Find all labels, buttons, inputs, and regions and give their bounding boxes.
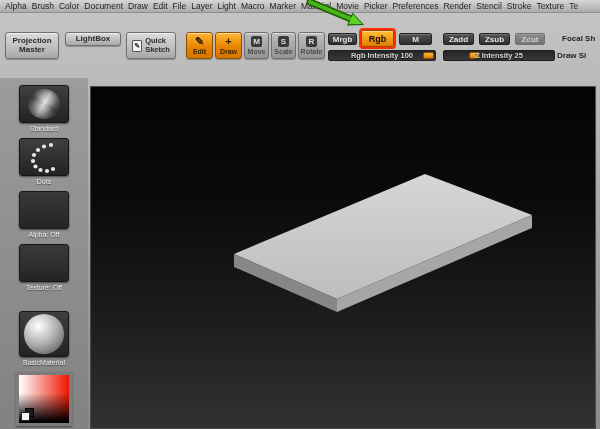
menubar: Alpha Brush Color Document Draw Edit Fil…	[0, 0, 600, 13]
alpha-selector[interactable]: Alpha: Off	[19, 191, 69, 238]
quick-sketch-label-line2: Sketch	[145, 46, 170, 54]
menu-preferences[interactable]: Preferences	[393, 1, 439, 11]
scale-badge-icon: S	[278, 36, 289, 47]
rgb-intensity-slider[interactable]: Rgb Intensity 100	[328, 50, 436, 61]
stroke-selector[interactable]: Dots	[19, 138, 69, 185]
standard-brush-thumbnail[interactable]	[19, 85, 69, 123]
menu-edit[interactable]: Edit	[153, 1, 168, 11]
zsub-button[interactable]: Zsub	[479, 33, 510, 45]
material-thumbnail[interactable]	[19, 311, 69, 357]
brush-selector[interactable]: Standard	[19, 85, 69, 132]
material-selector[interactable]: BasicMaterial	[19, 311, 69, 366]
rgb-intensity-label: Rgb Intensity 100	[351, 51, 413, 60]
focal-shift-label[interactable]: Focal Sh	[562, 34, 595, 43]
alpha-thumbnail[interactable]	[19, 191, 69, 229]
edit-button[interactable]: ✎ Edit	[186, 32, 213, 59]
menu-stroke[interactable]: Stroke	[507, 1, 532, 11]
draw-button[interactable]: + Draw	[215, 32, 242, 59]
rotate-label: Rotate	[301, 48, 323, 56]
menu-alpha[interactable]: Alpha	[5, 1, 27, 11]
z-intensity-slider[interactable]: Z Intensity 25	[443, 50, 555, 61]
menu-brush[interactable]: Brush	[32, 1, 54, 11]
draw-label: Draw	[220, 48, 237, 56]
projection-master-button[interactable]: Projection Master	[5, 32, 59, 59]
edit-frame-icon: ✎	[195, 36, 204, 47]
crosshair-icon: +	[225, 36, 231, 47]
stroke-label: Dots	[37, 178, 51, 185]
quick-sketch-icon: ✎	[132, 40, 142, 52]
zadd-button[interactable]: Zadd	[443, 33, 474, 45]
menu-texture[interactable]: Texture	[536, 1, 564, 11]
menu-macro[interactable]: Macro	[241, 1, 265, 11]
rgb-button[interactable]: Rgb	[361, 30, 394, 47]
texture-selector[interactable]: Texture: Off	[19, 244, 69, 291]
move-button[interactable]: M Move	[244, 32, 269, 59]
rotate-button[interactable]: R Rotate	[298, 32, 325, 59]
texture-thumbnail[interactable]	[19, 244, 69, 282]
zbrush-app: Alpha Brush Color Document Draw Edit Fil…	[0, 0, 600, 429]
menu-material[interactable]: Material	[301, 1, 331, 11]
menu-light[interactable]: Light	[218, 1, 236, 11]
move-label: Move	[248, 48, 266, 56]
menu-stencil[interactable]: Stencil	[476, 1, 502, 11]
mrgb-button[interactable]: Mrgb	[328, 33, 357, 45]
menu-document[interactable]: Document	[84, 1, 123, 11]
quick-sketch-button[interactable]: ✎ Quick Sketch	[126, 32, 176, 59]
draw-size-label[interactable]: Draw Si	[557, 51, 586, 60]
menu-draw[interactable]: Draw	[128, 1, 148, 11]
material-label: BasicMaterial	[23, 359, 65, 366]
material-sphere-icon	[24, 314, 64, 354]
brush-label: Standard	[30, 125, 58, 132]
menu-color[interactable]: Color	[59, 1, 79, 11]
model-plane[interactable]	[234, 174, 532, 312]
color-picker[interactable]: Gradient	[16, 372, 72, 429]
alpha-label: Alpha: Off	[28, 231, 59, 238]
scale-label: Scale	[274, 48, 292, 56]
texture-label: Texture: Off	[26, 284, 62, 291]
move-badge-icon: M	[251, 36, 262, 47]
lightbox-button[interactable]: LightBox	[65, 32, 121, 46]
menu-truncated[interactable]: Te	[569, 1, 578, 11]
menu-render[interactable]: Render	[443, 1, 471, 11]
lightbox-label: LightBox	[76, 35, 111, 44]
dots-icon	[20, 139, 68, 175]
projection-master-label-line2: Master	[19, 46, 45, 55]
main-color-swatch[interactable]	[21, 412, 30, 421]
menu-picker[interactable]: Picker	[364, 1, 388, 11]
m-button[interactable]: M	[399, 33, 432, 45]
rotate-badge-icon: R	[306, 36, 317, 47]
zcut-button[interactable]: Zcut	[515, 33, 545, 45]
edit-label: Edit	[193, 48, 206, 56]
color-gradient-square[interactable]	[16, 372, 72, 426]
document-canvas[interactable]	[90, 86, 596, 429]
dots-stroke-thumbnail[interactable]	[19, 138, 69, 176]
menu-layer[interactable]: Layer	[191, 1, 212, 11]
z-intensity-label: Z Intensity 25	[475, 51, 523, 60]
scale-button[interactable]: S Scale	[271, 32, 296, 59]
menu-marker[interactable]: Marker	[270, 1, 296, 11]
rgb-intensity-marker[interactable]	[423, 52, 434, 59]
menu-movie[interactable]: Movie	[336, 1, 359, 11]
left-shelf: Standard Dots Alpha: Off	[0, 78, 88, 429]
menu-file[interactable]: File	[173, 1, 187, 11]
